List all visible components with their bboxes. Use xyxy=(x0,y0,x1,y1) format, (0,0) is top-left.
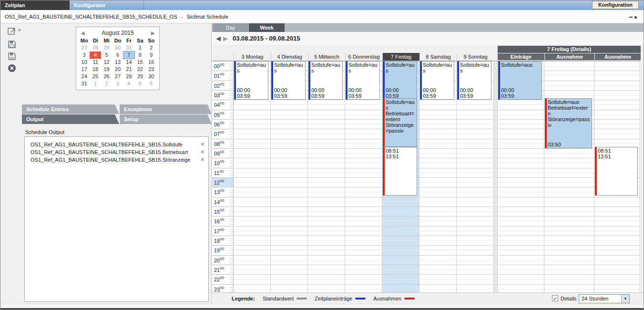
day-header[interactable]: 9 Sonntag xyxy=(457,53,494,61)
calendar-date-cell[interactable]: 23 xyxy=(146,66,157,73)
calendar-date-cell[interactable]: 1 xyxy=(90,80,101,87)
tab-schedule-entries[interactable]: Schedule Entries xyxy=(22,104,119,114)
day-column[interactable]: Sollstufe=aus00:00 03:59 xyxy=(308,61,345,293)
tab-week-view[interactable]: Week xyxy=(249,23,285,32)
schedule-entry[interactable]: Sollstufe=aus00:00 03:59 xyxy=(271,61,306,100)
calendar-date-cell[interactable]: 6 xyxy=(146,80,157,87)
day-column[interactable]: Sollstufe=aus00:00 03:59Sollstufe=aus Be… xyxy=(382,61,419,293)
day-column[interactable]: Sollstufe=aus00:00 03:59 xyxy=(419,61,457,293)
day-header[interactable]: 4 Dienstag xyxy=(271,53,308,61)
calendar-date-cell[interactable]: 27 xyxy=(112,73,123,80)
remove-output-icon[interactable]: ✕ xyxy=(201,141,204,148)
schedule-entry[interactable]: Sollstufe=aus00:00 03:59 xyxy=(457,61,491,100)
tab-setup[interactable]: Setup xyxy=(120,114,212,124)
calendar-date-cell[interactable]: 12 xyxy=(101,59,112,66)
day-header[interactable]: 5 Mittwoch xyxy=(308,53,345,61)
calendar-date-cell[interactable]: 28 xyxy=(90,44,101,52)
save-icon[interactable] xyxy=(7,40,17,49)
calendar-date-cell[interactable]: 4 xyxy=(123,80,134,87)
remove-output-icon[interactable]: ✕ xyxy=(201,156,204,164)
calendar-date-cell[interactable]: 21 xyxy=(123,66,134,73)
calendar-date-cell[interactable]: 24 xyxy=(79,73,90,80)
details-checkbox[interactable]: ✓ xyxy=(552,295,558,301)
output-list-item[interactable]: OS1_Ref_AG1_BAUSTEINE_SCHALTBEFEHLE_SB15… xyxy=(25,141,208,148)
calendar-date-cell[interactable]: 15 xyxy=(134,59,145,66)
calendar-date-cell[interactable]: 8 xyxy=(134,52,145,59)
export-icon[interactable] xyxy=(7,27,17,36)
schedule-entry[interactable]: Sollstufe=aus00:00 03:59 xyxy=(308,61,343,100)
quarter-tick xyxy=(230,212,233,212)
calendar-next-icon[interactable]: ▶ xyxy=(151,29,155,37)
calendar-date-cell[interactable]: 3 xyxy=(79,52,90,59)
exception-entry[interactable]: 08:51 13:51 xyxy=(595,147,638,196)
calendar-date-cell[interactable]: 27 xyxy=(79,44,90,52)
calendar-date-cell[interactable]: 18 xyxy=(90,66,101,73)
exception-entry[interactable]: 08:51 13:51 xyxy=(383,147,417,196)
calendar-date-cell[interactable]: 5 xyxy=(101,52,112,59)
schedule-entry[interactable]: Sollstufe=aus00:00 03:59 xyxy=(346,61,380,100)
tab-zeitplan[interactable]: Zeitplan xyxy=(0,0,70,10)
calendar-prev-icon[interactable]: ◀ xyxy=(81,29,84,37)
exception-entry[interactable]: Sollstufe=aus Betriebsart=extern Störanz… xyxy=(383,98,417,147)
calendar-date-cell[interactable]: 31 xyxy=(123,44,134,52)
exception-entry[interactable]: Sollstufe=aus Betriebsart=extern Störanz… xyxy=(545,98,592,148)
hour-row: 0200 xyxy=(212,81,233,90)
day-header[interactable]: 3 Montag xyxy=(234,53,271,61)
calendar-date-cell[interactable]: 3 xyxy=(112,80,123,87)
save-as-icon[interactable] xyxy=(7,52,17,61)
calendar-date-cell[interactable]: 5 xyxy=(134,80,145,87)
interval-dropdown[interactable]: 24 Stunden ▼ xyxy=(579,294,630,303)
pin-icon[interactable] xyxy=(629,16,637,18)
calendar-date-cell[interactable]: 19 xyxy=(101,66,112,73)
calendar-date-cell[interactable]: 26 xyxy=(101,73,112,80)
schedule-entry[interactable]: Sollstufe=aus00:00 03:59 xyxy=(420,61,454,100)
calendar-date-cell[interactable]: 6 xyxy=(112,52,123,59)
calendar-date-cell[interactable]: 30 xyxy=(112,44,123,52)
previous-week-icon[interactable]: ◀ xyxy=(216,32,221,45)
day-column[interactable]: Sollstufe=aus00:00 03:59 xyxy=(271,61,308,293)
tab-exceptions[interactable]: Exceptions xyxy=(120,104,212,114)
calendar-date-cell[interactable]: 2 xyxy=(101,80,112,87)
day-column[interactable]: Sollstufe=aus00:00 03:59 xyxy=(345,61,382,293)
calendar-date-cell[interactable]: 30 xyxy=(146,73,157,80)
delete-icon[interactable] xyxy=(7,63,17,73)
expand-handle-icon[interactable] xyxy=(18,28,20,31)
calendar-weekday-header: Di xyxy=(90,37,101,44)
calendar-date-cell[interactable]: 2 xyxy=(146,44,157,52)
tab-konfigurator[interactable]: Konfigurator xyxy=(74,0,106,10)
calendar-date-cell[interactable]: 1 xyxy=(134,44,145,52)
day-header[interactable]: 6 Donnerstag xyxy=(345,53,382,61)
calendar-date-cell[interactable]: 10 xyxy=(79,59,90,66)
output-list-item[interactable]: OS1_Ref_AG1_BAUSTEINE_SCHALTBEFEHLE_SB15… xyxy=(25,156,208,164)
schedule-entry[interactable]: Sollstufe=aus00:00 03:59 xyxy=(234,61,268,100)
day-header[interactable]: 7 Freitag xyxy=(382,53,419,61)
calendar-date-cell[interactable]: 20 xyxy=(112,66,123,73)
calendar-date-cell[interactable]: 28 xyxy=(123,73,134,80)
calendar-date-cell[interactable]: 22 xyxy=(134,66,145,73)
calendar-date-cell[interactable]: 7 xyxy=(123,52,134,59)
schedule-entry[interactable]: Sollstufe=aus00:00 03:59 xyxy=(498,61,542,100)
calendar-date-cell[interactable]: 17 xyxy=(79,66,90,73)
konfiguration-button[interactable]: Konfiguration xyxy=(592,1,639,9)
calendar-date-cell[interactable]: 29 xyxy=(101,44,112,52)
dropdown-arrow-icon[interactable]: ▼ xyxy=(621,295,629,303)
calendar-date-cell[interactable]: 4 xyxy=(90,52,101,59)
tab-output[interactable]: Output xyxy=(22,114,119,124)
next-week-icon[interactable]: ▶ xyxy=(223,32,228,45)
schedule-entry[interactable]: Sollstufe=aus00:00 03:59 xyxy=(383,61,417,100)
output-list-item[interactable]: OS1_Ref_AG1_BAUSTEINE_SCHALTBEFEHLE_SB15… xyxy=(25,148,208,156)
calendar-date-cell[interactable]: 25 xyxy=(90,73,101,80)
tab-day-view[interactable]: Day xyxy=(213,23,248,32)
grid-scrollbar[interactable] xyxy=(494,61,498,293)
calendar-date-cell[interactable]: 9 xyxy=(146,52,157,59)
calendar-date-cell[interactable]: 29 xyxy=(134,73,145,80)
calendar-date-cell[interactable]: 11 xyxy=(90,59,101,66)
day-column[interactable]: Sollstufe=aus00:00 03:59 xyxy=(234,61,271,293)
calendar-date-cell[interactable]: 16 xyxy=(146,59,157,66)
calendar-date-cell[interactable]: 31 xyxy=(79,80,90,87)
day-column[interactable]: Sollstufe=aus00:00 03:59 xyxy=(457,61,494,293)
calendar-date-cell[interactable]: 13 xyxy=(112,59,123,66)
calendar-date-cell[interactable]: 14 xyxy=(123,59,134,66)
remove-output-icon[interactable]: ✕ xyxy=(201,148,204,156)
day-header[interactable]: 8 Samstag xyxy=(419,53,457,61)
